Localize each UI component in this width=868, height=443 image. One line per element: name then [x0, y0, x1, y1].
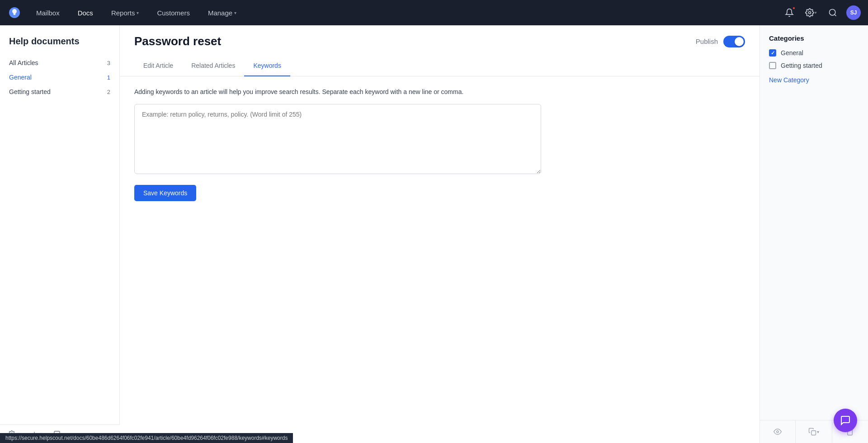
right-sidebar: Categories General Getting started New C… [760, 25, 868, 443]
svg-point-0 [809, 12, 811, 14]
publish-toggle[interactable] [723, 36, 745, 47]
category-getting-started-checkbox[interactable] [769, 62, 776, 69]
notifications-button[interactable] [781, 5, 797, 21]
settings-button[interactable]: ▾ [803, 5, 819, 21]
reports-chevron-icon: ▾ [137, 10, 139, 15]
keywords-textarea[interactable] [134, 104, 541, 174]
new-category-link[interactable]: New Category [769, 76, 859, 84]
category-getting-started: Getting started [769, 62, 859, 69]
content-area: Password reset Publish Edit Article Rela… [120, 25, 760, 443]
save-keywords-button[interactable]: Save Keywords [134, 185, 196, 201]
svg-point-6 [776, 431, 778, 433]
article-title: Password reset [134, 34, 221, 48]
sidebar-item-general[interactable]: General 1 [0, 70, 119, 85]
sidebar-title: Help documents [0, 36, 119, 56]
article-header: Password reset Publish [120, 25, 760, 56]
nav-docs[interactable]: Docs [71, 5, 100, 20]
status-bar: https://secure.helpscout.net/docs/60be48… [0, 433, 293, 443]
settings-chevron-icon: ▾ [815, 10, 817, 15]
nav-reports[interactable]: Reports ▾ [104, 5, 146, 20]
article-tabs: Edit Article Related Articles Keywords [120, 56, 760, 76]
category-getting-started-label: Getting started [781, 62, 822, 69]
nav-manage[interactable]: Manage ▾ [201, 5, 244, 20]
category-general-label: General [781, 49, 803, 57]
preview-button[interactable] [760, 420, 796, 443]
nav-customers[interactable]: Customers [150, 5, 197, 20]
top-navigation: Mailbox Docs Reports ▾ Customers Manage … [0, 0, 868, 25]
publish-label: Publish [696, 38, 718, 45]
avatar[interactable]: SJ [846, 5, 861, 20]
tab-related-articles[interactable]: Related Articles [182, 56, 244, 76]
duplicate-chevron-icon: ▾ [817, 429, 819, 434]
keywords-description: Adding keywords to an article will help … [134, 87, 745, 97]
svg-point-1 [830, 9, 835, 15]
publish-area: Publish [696, 36, 745, 47]
logo[interactable] [7, 5, 22, 20]
sidebar-item-getting-started[interactable]: Getting started 2 [0, 85, 119, 99]
svg-rect-7 [811, 431, 816, 435]
keywords-content: Adding keywords to an article will help … [120, 76, 760, 443]
nav-mailbox[interactable]: Mailbox [29, 5, 67, 20]
sidebar-item-all-articles[interactable]: All Articles 3 [0, 56, 119, 70]
notification-badge [792, 6, 796, 10]
svg-line-2 [835, 14, 836, 16]
tab-edit-article[interactable]: Edit Article [134, 56, 182, 76]
chat-bubble-button[interactable] [834, 409, 857, 432]
main-layout: Help documents All Articles 3 General 1 … [0, 25, 868, 443]
toggle-knob [735, 37, 744, 46]
search-button[interactable] [825, 5, 841, 21]
category-general: General [769, 49, 859, 57]
nav-actions: ▾ SJ [781, 5, 861, 21]
categories-title: Categories [769, 34, 859, 42]
manage-chevron-icon: ▾ [234, 10, 236, 15]
left-sidebar: Help documents All Articles 3 General 1 … [0, 25, 120, 443]
duplicate-button[interactable]: ▾ [796, 420, 832, 443]
category-general-checkbox[interactable] [769, 49, 776, 57]
tab-keywords[interactable]: Keywords [244, 56, 290, 76]
